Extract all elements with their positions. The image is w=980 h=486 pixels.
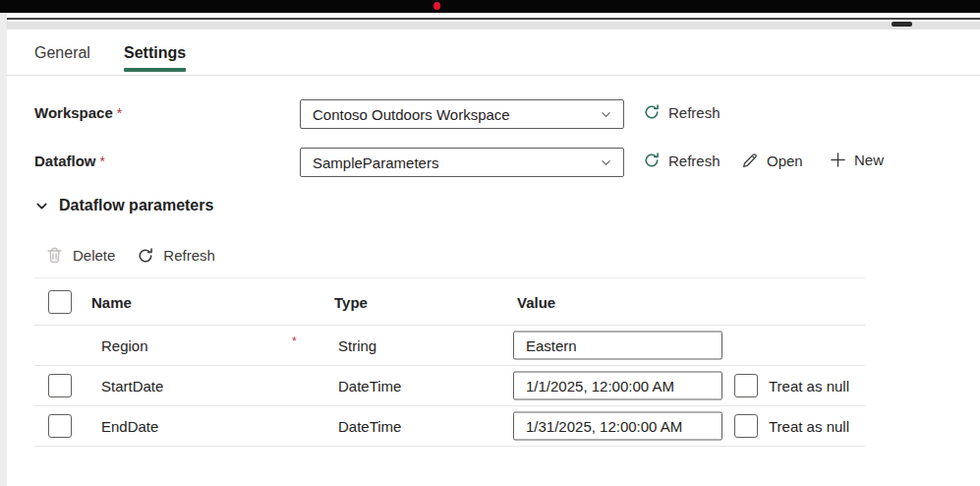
treat-as-null-label: Treat as null [769,418,849,435]
window-top-border [7,18,980,20]
param-type: DateTime [338,418,401,435]
param-value-input[interactable] [513,372,722,400]
table-row-startdate: StartDate DateTime Treat as null [34,366,865,406]
toolbar-refresh-label: Refresh [163,247,215,264]
section-title: Dataflow parameters [59,197,213,214]
trash-icon [45,246,64,265]
chevron-down-icon [600,108,612,121]
plus-icon [830,152,846,168]
required-asterisk: * [117,105,122,121]
delete-button[interactable]: Delete [45,246,115,265]
required-asterisk: * [100,153,105,169]
delete-label: Delete [73,247,115,264]
treat-as-null-checkbox[interactable] [734,414,758,438]
workspace-dropdown[interactable]: Contoso Outdoors Workspace [300,99,624,129]
param-name: EndDate [101,418,158,435]
workspace-dropdown-value: Contoso Outdoors Workspace [301,106,600,123]
dataflow-new-label: New [854,152,884,168]
dataflow-open-button[interactable]: Open [741,152,803,169]
param-type: DateTime [338,378,401,395]
row-select-checkbox[interactable] [48,414,72,438]
workspace-refresh-button[interactable]: Refresh [643,103,721,121]
select-all-checkbox[interactable] [48,290,72,314]
active-tab-underline [124,68,186,72]
column-header-value: Value [517,293,555,310]
tab-general[interactable]: General [34,44,90,62]
tabs-divider [7,75,980,76]
table-header-row: Name Type Value [34,278,865,326]
dataflow-field-label: Dataflow* [34,152,105,169]
refresh-icon [643,103,661,121]
dataflow-dropdown-value: SampleParameters [301,154,600,171]
workspace-refresh-label: Refresh [668,104,721,121]
dataflow-label-text: Dataflow [34,152,96,169]
window-chrome-strip [7,22,980,30]
chevron-down-icon [600,156,612,169]
tab-settings[interactable]: Settings [124,44,186,62]
pencil-icon [741,152,759,169]
table-row-region: Region * String [34,326,865,366]
column-header-name: Name [91,293,132,310]
window-left-edge [0,13,7,486]
toolbar-refresh-button[interactable]: Refresh [137,247,215,265]
parameters-toolbar: Delete Refresh [45,246,215,265]
param-name: StartDate [101,378,163,395]
param-name: Region [101,337,148,354]
workspace-label-text: Workspace [34,104,113,121]
table-row-enddate: EndDate DateTime Treat as null [34,406,865,447]
recording-bar [0,0,980,13]
dataflow-parameters-section-toggle[interactable]: Dataflow parameters [34,197,213,214]
app-window: General Settings Workspace* Contoso Outd… [0,0,980,486]
param-value-input[interactable] [513,332,722,360]
parameters-table: Name Type Value Region * String StartDat… [34,277,865,447]
dataflow-dropdown[interactable]: SampleParameters [300,148,624,177]
chevron-down-icon [34,199,49,213]
param-type: String [338,337,376,354]
dataflow-refresh-label: Refresh [668,152,721,169]
recording-indicator-dot [433,2,440,10]
dataflow-open-label: Open [767,152,803,169]
treat-as-null-checkbox[interactable] [734,374,758,397]
dataflow-new-button[interactable]: New [830,152,884,168]
treat-as-null-label: Treat as null [769,378,849,395]
required-asterisk: * [292,334,297,348]
workspace-field-label: Workspace* [34,104,122,121]
column-header-type: Type [334,293,368,310]
refresh-icon [137,247,154,265]
refresh-icon [643,152,661,169]
dataflow-refresh-button[interactable]: Refresh [643,152,721,169]
param-value-input[interactable] [513,412,722,441]
row-select-checkbox[interactable] [48,374,72,397]
scrollbar-thumb[interactable] [892,22,912,27]
